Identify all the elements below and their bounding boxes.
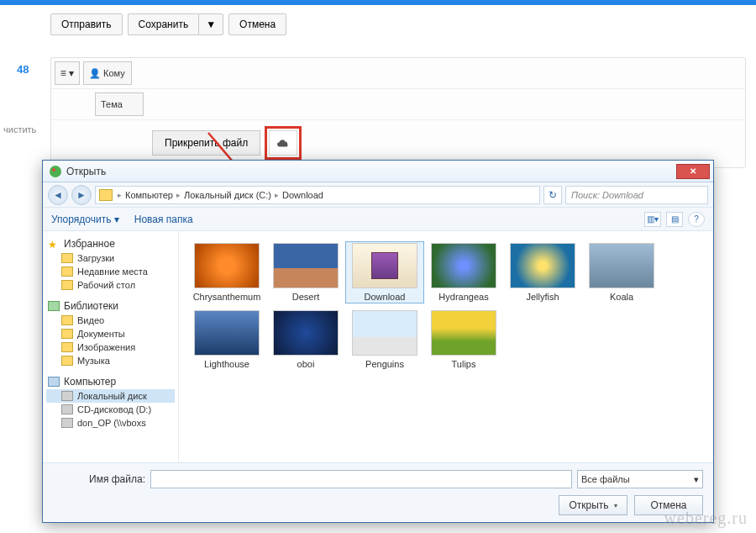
- dialog-toolbar: Упорядочить ▾ Новая папка ▥▾ ▤ ?: [43, 208, 713, 231]
- dialog-footer: Имя файла: Все файлы▾ Открыть Отмена: [43, 462, 713, 522]
- tree-video[interactable]: Видео: [46, 314, 175, 327]
- clear-link[interactable]: чистить: [3, 124, 36, 135]
- file-item[interactable]: Tulips: [424, 309, 503, 371]
- file-type-select[interactable]: Все файлы▾: [577, 470, 703, 488]
- tree-computer[interactable]: Компьютер: [46, 374, 175, 389]
- watermark: webereg.ru: [664, 509, 748, 528]
- new-folder-button[interactable]: Новая папка: [134, 214, 193, 225]
- send-button[interactable]: Отправить: [50, 13, 123, 35]
- tree-recent[interactable]: Недавние места: [46, 265, 175, 278]
- organize-menu[interactable]: Упорядочить ▾: [51, 214, 119, 225]
- tree-documents[interactable]: Документы: [46, 327, 175, 340]
- folder-icon: [99, 189, 113, 201]
- tree-music[interactable]: Музыка: [46, 354, 175, 367]
- file-item[interactable]: Chrysanthemum: [187, 241, 266, 303]
- cancel-button[interactable]: Отмена: [228, 13, 286, 35]
- subject-label: Тема: [95, 92, 144, 116]
- thumbnail: [589, 243, 654, 288]
- save-button[interactable]: Сохранить: [128, 13, 199, 35]
- address-bar[interactable]: ▸ Компьютер ▸ Локальный диск (C:) ▸ Down…: [95, 186, 540, 204]
- tree-network-share[interactable]: don_OP (\\vboxs: [46, 416, 175, 430]
- compose-panel: ≡ ▾ 👤 Кому Тема Прикрепить файл: [50, 57, 746, 168]
- help-button[interactable]: ?: [688, 212, 705, 227]
- dialog-navbar: ◄ ► ▸ Компьютер ▸ Локальный диск (C:) ▸ …: [43, 182, 713, 208]
- file-item[interactable]: Koala: [582, 241, 661, 303]
- folder-tree[interactable]: ★Избранное Загрузки Недавние места Рабоч…: [43, 231, 179, 462]
- file-item[interactable]: Hydrangeas: [424, 241, 503, 303]
- view-mode-button[interactable]: ▥▾: [644, 212, 661, 227]
- file-item[interactable]: Download: [345, 241, 424, 303]
- crumb-download[interactable]: Download: [281, 190, 325, 200]
- nav-forward-button[interactable]: ►: [71, 185, 92, 205]
- save-split: Сохранить ▼: [128, 13, 224, 35]
- compose-menu-button[interactable]: ≡ ▾: [55, 61, 80, 85]
- save-dropdown[interactable]: ▼: [198, 13, 223, 35]
- unread-count: 48: [17, 63, 29, 76]
- file-item[interactable]: oboi: [266, 309, 345, 371]
- thumbnail: [431, 310, 496, 356]
- thumbnail: [431, 243, 496, 288]
- tree-favorites[interactable]: ★Избранное: [46, 236, 175, 251]
- thumbnail: [352, 310, 417, 356]
- attach-cloud-button[interactable]: [269, 130, 297, 156]
- tree-images[interactable]: Изображения: [46, 340, 175, 354]
- thumbnail: [273, 310, 339, 356]
- crumb-computer[interactable]: Компьютер: [123, 190, 175, 200]
- crumb-drive-c[interactable]: Локальный диск (C:): [182, 190, 273, 200]
- thumbnail: [273, 243, 339, 288]
- tree-cd-drive[interactable]: CD-дисковод (D:): [46, 403, 175, 416]
- attach-file-button[interactable]: Прикрепить файл: [152, 130, 260, 156]
- file-open-dialog: Открыть ✕ ◄ ► ▸ Компьютер ▸ Локальный ди…: [42, 160, 714, 523]
- open-button[interactable]: Открыть: [559, 495, 627, 515]
- compose-toolbar: Отправить Сохранить ▼ Отмена: [0, 5, 756, 42]
- nav-back-button[interactable]: ◄: [48, 185, 68, 205]
- cloud-icon: [276, 138, 291, 148]
- preview-pane-button[interactable]: ▤: [666, 212, 683, 227]
- thumbnail: [352, 243, 417, 288]
- file-item[interactable]: Desert: [266, 241, 345, 303]
- dialog-title: Открыть: [66, 166, 106, 177]
- tree-desktop[interactable]: Рабочий стол: [46, 278, 175, 292]
- chrome-icon: [50, 166, 61, 177]
- tree-libraries[interactable]: Библиотеки: [46, 298, 175, 314]
- thumbnail: [510, 243, 575, 288]
- filename-input[interactable]: [150, 470, 572, 488]
- thumbnail: [194, 243, 260, 288]
- subject-input[interactable]: [147, 92, 745, 116]
- search-input[interactable]: Поиск: Download: [565, 186, 708, 204]
- files-pane[interactable]: Chrysanthemum Desert Download Hydrangeas…: [179, 231, 713, 462]
- thumbnail: [194, 310, 260, 356]
- refresh-button[interactable]: ↻: [543, 186, 562, 204]
- dialog-close-button[interactable]: ✕: [676, 164, 710, 179]
- to-input[interactable]: [135, 61, 745, 85]
- file-item[interactable]: Penguins: [345, 309, 424, 371]
- file-item[interactable]: Lighthouse: [187, 309, 266, 371]
- to-field-button[interactable]: 👤 Кому: [83, 61, 132, 85]
- file-item[interactable]: Jellyfish: [503, 241, 582, 303]
- filename-label: Имя файла:: [53, 473, 145, 485]
- tree-downloads[interactable]: Загрузки: [46, 251, 175, 265]
- dialog-titlebar[interactable]: Открыть ✕: [43, 161, 713, 182]
- tree-local-disk[interactable]: Локальный диск: [46, 389, 175, 403]
